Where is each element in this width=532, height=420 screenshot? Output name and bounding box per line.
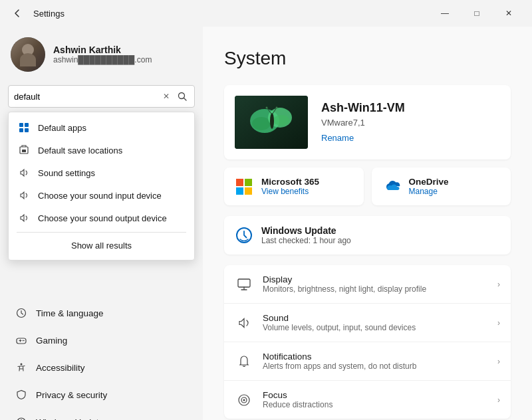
quick-links: Microsoft 365 View benefits OneDrive Man… bbox=[224, 167, 511, 205]
user-name: Ashwin Karthik bbox=[53, 45, 152, 55]
quick-link-microsoft365[interactable]: Microsoft 365 View benefits bbox=[224, 167, 364, 205]
user-profile[interactable]: Ashwin Karthik ashwin██████████.com bbox=[0, 27, 203, 85]
back-button[interactable] bbox=[8, 4, 27, 23]
sidebar-item-gaming[interactable]: Gaming bbox=[4, 327, 199, 354]
sound-input-icon bbox=[18, 189, 30, 201]
svg-point-19 bbox=[270, 113, 274, 129]
windows-update-row-icon bbox=[235, 226, 253, 245]
svg-point-11 bbox=[23, 340, 25, 342]
system-sub: VMware7,1 bbox=[321, 118, 500, 128]
search-result-default-save[interactable]: Default save locations bbox=[9, 139, 194, 161]
sidebar-item-privacy-security[interactable]: Privacy & security bbox=[4, 381, 199, 408]
search-result-sound-input[interactable]: Choose your sound input device bbox=[9, 184, 194, 207]
default-apps-icon bbox=[18, 122, 30, 134]
microsoft365-info: Microsoft 365 View benefits bbox=[261, 177, 319, 196]
sidebar-item-accessibility[interactable]: Accessibility bbox=[4, 354, 199, 381]
clock-icon bbox=[15, 306, 28, 320]
search-result-sound-settings[interactable]: Sound settings bbox=[9, 161, 194, 184]
windows-update-row[interactable]: Windows Update Last checked: 1 hour ago bbox=[224, 216, 511, 255]
settings-item-sound[interactable]: Sound Volume levels, output, input, soun… bbox=[224, 304, 511, 342]
notifications-info: Notifications Alerts from apps and syste… bbox=[263, 352, 488, 371]
settings-item-display[interactable]: Display Monitors, brightness, night ligh… bbox=[224, 265, 511, 304]
search-input[interactable] bbox=[14, 92, 157, 102]
titlebar-left: Settings bbox=[8, 4, 65, 23]
svg-rect-4 bbox=[19, 128, 23, 132]
settings-item-focus[interactable]: Focus Reduce distractions › bbox=[224, 381, 511, 419]
game-icon bbox=[15, 334, 28, 347]
window-controls: — □ ✕ bbox=[430, 3, 524, 24]
microsoft365-action[interactable]: View benefits bbox=[261, 187, 319, 196]
avatar bbox=[11, 37, 45, 72]
page-title: System bbox=[224, 48, 511, 69]
settings-item-notifications[interactable]: Notifications Alerts from apps and syste… bbox=[224, 342, 511, 381]
sidebar-item-windows-update[interactable]: Windows Update bbox=[4, 409, 199, 420]
shield-icon bbox=[15, 388, 28, 401]
svg-point-16 bbox=[252, 117, 271, 130]
svg-point-12 bbox=[21, 364, 23, 366]
svg-rect-2 bbox=[19, 123, 23, 127]
system-image bbox=[235, 96, 308, 149]
svg-point-23 bbox=[276, 107, 278, 109]
app-body: Ashwin Karthik ashwin██████████.com ✕ bbox=[0, 27, 532, 420]
sound-info: Sound Volume levels, output, input, soun… bbox=[263, 313, 488, 332]
onedrive-title: OneDrive bbox=[409, 177, 449, 187]
titlebar: Settings — □ ✕ bbox=[0, 0, 532, 27]
close-button[interactable]: ✕ bbox=[493, 3, 524, 24]
svg-point-32 bbox=[243, 399, 245, 401]
search-clear-button[interactable]: ✕ bbox=[160, 90, 173, 103]
notifications-chevron: › bbox=[497, 357, 500, 366]
onedrive-icon bbox=[382, 177, 401, 196]
show-all-results-button[interactable]: Show all results bbox=[9, 235, 194, 256]
display-chevron: › bbox=[497, 280, 500, 289]
svg-rect-24 bbox=[236, 179, 243, 186]
sidebar: Ashwin Karthik ashwin██████████.com ✕ bbox=[0, 27, 203, 420]
windows-update-info: Windows Update Last checked: 1 hour ago bbox=[261, 225, 500, 245]
microsoft365-title: Microsoft 365 bbox=[261, 177, 319, 187]
notifications-icon bbox=[235, 352, 253, 371]
focus-icon bbox=[235, 391, 253, 409]
focus-chevron: › bbox=[497, 395, 500, 405]
onedrive-info: OneDrive Manage bbox=[409, 177, 449, 196]
display-info: Display Monitors, brightness, night ligh… bbox=[263, 274, 488, 294]
svg-rect-26 bbox=[236, 187, 243, 195]
focus-info: Focus Reduce distractions bbox=[263, 390, 488, 409]
window-title: Settings bbox=[33, 9, 65, 19]
svg-rect-25 bbox=[245, 179, 252, 186]
svg-rect-5 bbox=[25, 128, 29, 132]
user-info: Ashwin Karthik ashwin██████████.com bbox=[53, 45, 152, 64]
svg-point-18 bbox=[273, 115, 289, 126]
default-save-icon bbox=[18, 144, 30, 156]
onedrive-action[interactable]: Manage bbox=[409, 187, 449, 196]
accessibility-icon bbox=[15, 361, 28, 374]
user-email: ashwin██████████.com bbox=[53, 55, 152, 64]
windows-update-icon bbox=[15, 415, 28, 420]
maximize-button[interactable]: □ bbox=[462, 3, 492, 24]
search-result-sound-output[interactable]: Choose your sound output device bbox=[9, 207, 194, 229]
search-box[interactable]: ✕ bbox=[8, 85, 195, 108]
system-info-card: Ash-Win11-VM VMware7,1 Rename bbox=[224, 85, 511, 159]
minimize-button[interactable]: — bbox=[430, 3, 460, 24]
search-result-default-apps[interactable]: Default apps bbox=[9, 116, 194, 139]
system-name: Ash-Win11-VM bbox=[321, 101, 500, 115]
display-icon bbox=[235, 275, 253, 294]
avatar-image bbox=[11, 37, 45, 72]
sidebar-item-time-language[interactable]: Time & language bbox=[4, 300, 199, 326]
svg-rect-29 bbox=[238, 279, 250, 287]
settings-list: Display Monitors, brightness, night ligh… bbox=[224, 265, 511, 419]
microsoft365-icon bbox=[235, 177, 253, 196]
svg-point-21 bbox=[266, 107, 268, 109]
svg-rect-7 bbox=[22, 150, 26, 152]
content-area: System bbox=[203, 27, 532, 420]
system-details: Ash-Win11-VM VMware7,1 Rename bbox=[321, 101, 500, 144]
windows-update-title: Windows Update bbox=[261, 225, 500, 236]
sound-settings-icon bbox=[18, 167, 30, 179]
svg-point-10 bbox=[23, 340, 24, 342]
search-icon[interactable] bbox=[176, 90, 189, 103]
rename-link[interactable]: Rename bbox=[321, 133, 354, 143]
search-container: ✕ bbox=[0, 85, 203, 113]
quick-link-onedrive[interactable]: OneDrive Manage bbox=[372, 167, 511, 205]
sound-output-icon bbox=[18, 212, 30, 224]
svg-rect-27 bbox=[245, 187, 252, 195]
sound-chevron: › bbox=[497, 318, 500, 328]
windows-update-sub: Last checked: 1 hour ago bbox=[261, 236, 500, 245]
